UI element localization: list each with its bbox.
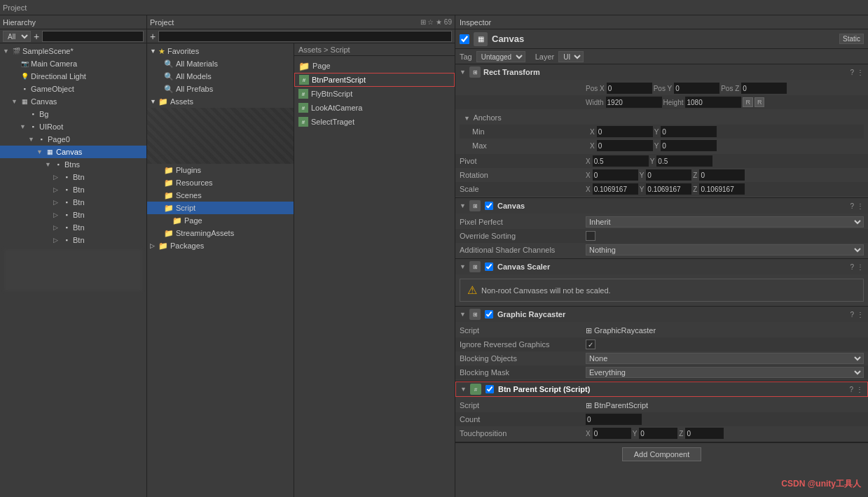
posx-input[interactable] [607,83,652,94]
ignore-reversed-checkbox[interactable] [586,340,595,349]
anchor-max-y[interactable] [661,140,717,151]
posy-input[interactable] [674,83,719,94]
layer-select[interactable]: UI [558,51,584,62]
graphic-raycaster-header[interactable]: ▼ ⊞ Graphic Raycaster ? ⋮ [455,307,868,322]
graphic-raycaster-checkbox[interactable] [485,310,493,318]
static-button[interactable]: Static [839,34,864,44]
tree-item-samplescene[interactable]: ▼ 🎬 SampleScene* [0,45,146,57]
blocking-objects-row: Blocking Objects None [455,351,868,365]
tree-item-btn6[interactable]: ▷ ▪ Btn [0,234,146,246]
width-input[interactable] [606,97,662,108]
hierarchy-add-btn[interactable]: + [34,31,39,42]
canvas-comp-menu[interactable]: ⋮ [857,202,864,210]
asset-flybtnscript[interactable]: # FlyBtnScript [294,87,455,101]
touch-z[interactable] [685,428,724,439]
tree-item-btn4[interactable]: ▷ ▪ Btn [0,209,146,221]
canvas-comp-help[interactable]: ? [850,202,854,210]
scale-y[interactable] [646,183,691,195]
asset-page-folder[interactable]: 📁 Page [294,59,455,73]
override-sorting-checkbox[interactable] [586,231,595,241]
blocking-mask-select[interactable]: Everything [586,367,864,378]
pixel-perfect-select[interactable]: Inherit [586,216,864,227]
btn1-icon: ▪ [62,172,71,182]
pivot-row: Pivot X Y [455,154,868,168]
canvas-scaler-icon: ⊞ [469,261,481,272]
rect-transform-menu[interactable]: ⋮ [857,69,864,76]
folder-all-prefabs[interactable]: 🔍 All Prefabs [147,83,294,95]
folder-all-materials[interactable]: 🔍 All Materials [147,57,294,70]
anchor-min-y[interactable] [661,126,717,137]
graphic-raycaster-help[interactable]: ? [850,311,854,318]
folder-all-models[interactable]: 🔍 All Models [147,70,294,83]
tree-item-btn5[interactable]: ▷ ▪ Btn [0,221,146,234]
canvas-scaler-header[interactable]: ▼ ⊞ Canvas Scaler ? ⋮ [455,259,868,274]
folder-scenes[interactable]: 📁 Scenes [147,189,294,202]
tree-item-uiroot[interactable]: ▼ ▪ UIRoot [0,120,146,133]
rotation-z[interactable] [699,169,745,181]
hierarchy-dropdown[interactable]: All [3,31,31,42]
btn-parent-script-checkbox[interactable] [485,385,494,393]
canvas-scaler-checkbox[interactable] [485,262,493,271]
folder-script[interactable]: 📁 Script [147,202,294,214]
posz-input[interactable] [741,83,787,94]
asset-lookatcamera[interactable]: # LookAtCamera [294,101,455,115]
pivot-x[interactable] [593,155,649,167]
hierarchy-search[interactable] [42,31,144,42]
tree-item-directionallight[interactable]: 💡 Directional Light [0,70,146,83]
graphic-raycaster-menu[interactable]: ⋮ [857,311,864,318]
anchor-min-x[interactable] [597,126,653,137]
canvas-scaler-help[interactable]: ? [850,263,854,271]
count-input[interactable] [586,414,642,425]
add-component-button[interactable]: Add Component [622,447,702,461]
rect-r-btn[interactable]: R [743,97,753,107]
anchor-max-x[interactable] [597,140,653,151]
additional-shader-select[interactable]: Nothing [586,244,864,255]
canvas-comp-checkbox[interactable] [485,202,493,210]
folder-streamingassets[interactable]: 📁 StreamingAssets [147,227,294,239]
page-folder-icon: 📁 [172,216,182,225]
folder-resources[interactable]: 📁 Resources [147,176,294,189]
rotation-x[interactable] [593,169,638,181]
rect-transform-header[interactable]: ▼ ⊞ Rect Transform ? ⋮ [455,64,868,80]
folder-page[interactable]: 📁 Page [147,214,294,227]
posz-label: Pos Z [721,85,739,92]
tree-item-canvas-root[interactable]: ▼ ▦ Canvas [0,95,146,108]
rotation-row: Rotation X Y Z [455,168,868,182]
canvas-scaler-menu[interactable]: ⋮ [857,263,864,271]
asset-selecttraget[interactable]: # SelectTraget [294,115,455,129]
rect-transform-help[interactable]: ? [850,69,854,76]
project-title: Project [150,18,174,27]
tree-item-btns[interactable]: ▼ ▪ Btns [0,158,146,171]
rect-r2-btn[interactable]: R [755,97,765,107]
tree-item-maincamera[interactable]: 📷 Main Camera [0,57,146,70]
project-header: Project ⊞ ☆ ★ 69 [147,15,455,29]
height-input[interactable] [685,97,741,108]
scale-z[interactable] [699,183,745,195]
blocking-objects-select[interactable]: None [586,353,864,364]
btn-parent-script-menu[interactable]: ⋮ [856,386,863,393]
folder-plugins[interactable]: 📁 Plugins [147,164,294,176]
tree-item-page0[interactable]: ▼ ▪ Page0 [0,133,146,146]
folder-assets-root[interactable]: ▼ 📁 Assets [147,95,294,108]
object-active-checkbox[interactable] [460,34,469,44]
tree-item-gameobject[interactable]: ▪ GameObject [0,83,146,95]
btn-parent-script-help[interactable]: ? [849,386,853,393]
folder-packages[interactable]: ▷ 📁 Packages [147,239,294,252]
scale-x[interactable] [593,183,638,195]
project-add-btn[interactable]: + [150,31,156,42]
pivot-y[interactable] [656,155,712,167]
tree-item-btn3[interactable]: ▷ ▪ Btn [0,196,146,209]
rotation-y[interactable] [646,169,691,181]
tree-item-btn1[interactable]: ▷ ▪ Btn [0,171,146,183]
project-search[interactable] [158,31,452,42]
touch-x[interactable] [593,428,631,439]
touch-y[interactable] [639,428,677,439]
tag-select[interactable]: Untagged [476,51,525,62]
tree-item-canvas-selected[interactable]: ▼ ▦ Canvas [0,146,146,158]
folder-favorites[interactable]: ▼ ★ Favorites [147,45,294,57]
asset-btnparentscript[interactable]: # BtnParentScript [294,73,455,87]
tree-item-bg[interactable]: ▪ Bg [0,108,146,120]
btn-parent-script-header[interactable]: ▼ # Btn Parent Script (Script) ? ⋮ [455,382,868,397]
tree-item-btn2[interactable]: ▷ ▪ Btn [0,183,146,196]
canvas-component-header[interactable]: ▼ ⊞ Canvas ? ⋮ [455,198,868,214]
